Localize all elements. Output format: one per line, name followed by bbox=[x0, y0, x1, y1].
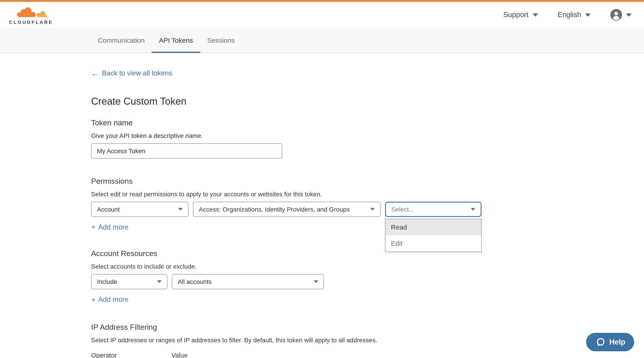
language-menu[interactable]: English bbox=[558, 11, 590, 19]
page: CLOUDFLARE Support English Com bbox=[0, 0, 644, 358]
resource-include-select[interactable]: Include bbox=[91, 274, 168, 289]
language-label: English bbox=[558, 11, 581, 19]
tab-communication[interactable]: Communication bbox=[91, 28, 152, 53]
user-avatar-icon bbox=[610, 9, 622, 21]
menu-item-edit[interactable]: Edit bbox=[386, 235, 481, 251]
permission-level-placeholder: Select... bbox=[391, 205, 414, 213]
chevron-down-icon bbox=[471, 208, 475, 210]
plus-icon: + bbox=[91, 223, 96, 231]
header-right: Support English bbox=[503, 9, 632, 21]
tab-sessions[interactable]: Sessions bbox=[200, 28, 242, 53]
chevron-down-icon bbox=[314, 280, 318, 283]
add-more-label: Add more bbox=[98, 295, 128, 304]
token-name-input[interactable] bbox=[91, 143, 282, 158]
support-label: Support bbox=[503, 11, 528, 19]
tab-label: Sessions bbox=[207, 36, 235, 44]
chat-bubble-icon bbox=[595, 337, 606, 347]
chevron-down-icon bbox=[157, 280, 162, 283]
back-link-label: Back to view all tokens bbox=[102, 69, 172, 77]
account-resources-description: Select accounts to include or exclude. bbox=[91, 263, 644, 270]
back-link[interactable]: ← Back to view all tokens bbox=[91, 69, 172, 77]
permission-group-select[interactable]: Access: Organizations, Identity Provider… bbox=[193, 201, 380, 217]
permission-group-value: Access: Organizations, Identity Provider… bbox=[199, 205, 350, 213]
token-name-description: Give your API token a descriptive name. bbox=[91, 132, 644, 139]
profile-tabs: Communication API Tokens Sessions bbox=[0, 28, 644, 53]
add-more-label: Add more bbox=[98, 223, 128, 231]
active-tab-indicator bbox=[152, 52, 200, 53]
permission-level-menu: Read Edit bbox=[385, 219, 482, 252]
resource-accounts-select[interactable]: All accounts bbox=[172, 274, 324, 289]
resource-accounts-value: All accounts bbox=[178, 278, 212, 285]
permissions-section: Permissions Select edit or read permissi… bbox=[91, 177, 644, 231]
menu-item-read[interactable]: Read bbox=[386, 219, 481, 235]
account-menu[interactable] bbox=[610, 9, 632, 21]
chevron-down-icon bbox=[626, 13, 632, 17]
page-title: Create Custom Token bbox=[91, 96, 644, 107]
ip-filtering-labels: Operator Value bbox=[91, 351, 644, 358]
account-resources-heading: Account Resources bbox=[91, 249, 644, 258]
ip-filtering-heading: IP Address Filtering bbox=[91, 323, 644, 332]
cloudflare-cloud-icon bbox=[14, 5, 48, 19]
ip-filtering-section: IP Address Filtering Select IP addresses… bbox=[91, 323, 644, 358]
main-content: ← Back to view all tokens Create Custom … bbox=[0, 53, 644, 358]
permission-scope-value: Account bbox=[97, 205, 120, 213]
cloudflare-wordmark: CLOUDFLARE bbox=[9, 19, 53, 25]
plus-icon: + bbox=[91, 296, 96, 303]
chevron-down-icon bbox=[370, 208, 375, 210]
permissions-description: Select edit or read permissions to apply… bbox=[91, 190, 644, 197]
tab-label: API Tokens bbox=[159, 36, 193, 44]
permissions-add-more-link[interactable]: + Add more bbox=[91, 223, 128, 231]
token-name-heading: Token name bbox=[91, 118, 644, 127]
permission-level-select[interactable]: Select... Read Edit bbox=[385, 201, 482, 217]
resources-add-more-link[interactable]: + Add more bbox=[91, 295, 128, 304]
account-resources-section: Account Resources Select accounts to inc… bbox=[91, 249, 644, 304]
tab-label: Communication bbox=[98, 36, 144, 44]
chevron-down-icon bbox=[585, 13, 590, 17]
help-button-label: Help bbox=[609, 338, 626, 346]
token-name-section: Token name Give your API token a descrip… bbox=[91, 118, 644, 158]
cloudflare-logo[interactable]: CLOUDFLARE bbox=[9, 5, 53, 25]
permission-scope-select[interactable]: Account bbox=[91, 201, 188, 217]
chevron-down-icon bbox=[532, 13, 538, 17]
back-arrow-icon: ← bbox=[91, 69, 99, 77]
value-label: Value bbox=[172, 351, 188, 358]
permissions-row: Account Access: Organizations, Identity … bbox=[91, 201, 644, 217]
support-menu[interactable]: Support bbox=[503, 11, 538, 19]
account-resources-row: Include All accounts bbox=[91, 274, 644, 289]
operator-label: Operator bbox=[91, 351, 172, 358]
help-button[interactable]: Help bbox=[586, 333, 634, 351]
permissions-heading: Permissions bbox=[91, 177, 644, 186]
tab-api-tokens[interactable]: API Tokens bbox=[152, 28, 200, 53]
ip-filtering-description: Select IP addresses or ranges of IP addr… bbox=[91, 336, 644, 343]
chevron-down-icon bbox=[178, 208, 183, 210]
top-accent-bar bbox=[0, 0, 644, 2]
header: CLOUDFLARE Support English bbox=[0, 2, 644, 28]
resource-include-value: Include bbox=[97, 278, 117, 285]
